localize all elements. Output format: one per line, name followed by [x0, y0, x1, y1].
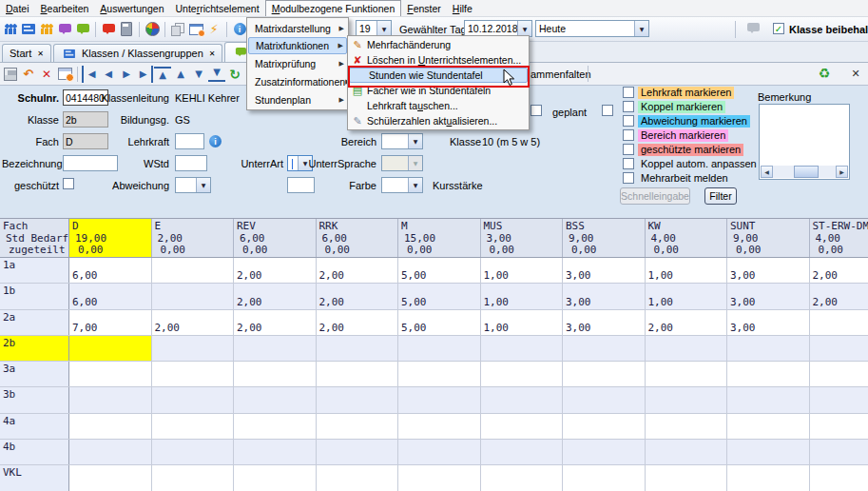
- matrix-cell-4a-rrk[interactable]: [317, 414, 399, 439]
- matrix-cell-3a-d[interactable]: [69, 362, 152, 386]
- reload-view-icon[interactable]: ♻: [816, 65, 833, 82]
- matrix-cell-2a-mus[interactable]: 1,00: [481, 310, 564, 335]
- matrix-cell-3b-st-erw-dm[interactable]: [810, 387, 868, 412]
- matrix-cell-1b-bss[interactable]: 3,00: [563, 284, 646, 308]
- nav-first-icon[interactable]: ◀: [82, 66, 99, 83]
- matrix-cell-3b-e[interactable]: [152, 387, 235, 412]
- matrix-cell-3a-st-erw-dm[interactable]: [810, 362, 868, 386]
- checkbox[interactable]: [623, 87, 634, 98]
- matrix-cell-4a-d[interactable]: [69, 414, 152, 439]
- menu-item-matrixpr-fung[interactable]: Matrixprüfung▶: [247, 54, 348, 72]
- matrix-cell-1a-kw[interactable]: 1,00: [646, 258, 728, 283]
- new-window-icon[interactable]: [187, 21, 204, 38]
- matrix-column-header-st-erw-dm[interactable]: ST-ERW-DM4,000,00: [810, 219, 868, 257]
- matrix-column-header-m[interactable]: M15,000,00: [398, 219, 481, 257]
- matrix-cell-4a-rev[interactable]: [234, 414, 317, 439]
- lessons-chat-icon[interactable]: [74, 21, 91, 38]
- close-panel-icon[interactable]: ✕: [847, 65, 864, 82]
- matrix-column-header-e[interactable]: E2,000,00: [152, 219, 235, 257]
- sort-down-icon[interactable]: ▼: [190, 66, 207, 83]
- matrix-cell-3b-sunt[interactable]: [727, 387, 810, 412]
- matrix-row-label-1a[interactable]: 1a: [0, 258, 69, 283]
- matrix-cell-4b-e[interactable]: [152, 440, 235, 464]
- matrix-cell-3a-rrk[interactable]: [317, 362, 399, 386]
- menubar-item-hilfe[interactable]: Hilfe: [447, 0, 478, 16]
- menu-item-stundenplan[interactable]: Stundenplan▶: [247, 90, 348, 108]
- matrix-cell-2b-st-erw-dm[interactable]: [810, 336, 868, 361]
- matrix-cell-3b-rev[interactable]: [234, 387, 317, 412]
- matrix-cell-4b-rrk[interactable]: [317, 440, 399, 464]
- matrix-cell-1b-m[interactable]: 5,00: [398, 284, 481, 308]
- matrix-cell-2b-d[interactable]: [69, 336, 152, 361]
- matrix-cell-3a-mus[interactable]: [481, 362, 564, 386]
- tab-close-icon[interactable]: ✕: [209, 49, 216, 58]
- scroll-left-icon[interactable]: ◀: [761, 166, 773, 178]
- matrix-cell-1b-rev[interactable]: 2,00: [234, 284, 317, 308]
- matrix-cell-1a-st-erw-dm[interactable]: 2,00: [810, 258, 868, 283]
- matrix-cell-4b-d[interactable]: [69, 440, 152, 464]
- sort-up-icon[interactable]: ▲: [172, 66, 189, 83]
- sort-bottom-icon[interactable]: ▼: [208, 67, 225, 82]
- matrix-column-header-kw[interactable]: KW4,000,00: [646, 219, 728, 257]
- menu-item-sch-lerzahlen-aktualisieren[interactable]: ✎Schülerzahlen aktualisieren...: [348, 113, 529, 128]
- matrix-cell-3a-e[interactable]: [152, 362, 235, 386]
- collapse-panel-label-fragment[interactable]: ammenfalten: [530, 69, 591, 80]
- statistics-pie-icon[interactable]: [144, 21, 161, 38]
- teachers-icon[interactable]: [38, 21, 55, 38]
- matrix-cell-3b-bss[interactable]: [563, 387, 646, 412]
- matrix-cell-2b-e[interactable]: [152, 336, 235, 361]
- nav-last-icon[interactable]: ▶: [136, 66, 153, 83]
- tab-klassen-klassengruppen[interactable]: Klassen / Klassengruppen✕: [53, 44, 223, 62]
- geplant-checkbox-left[interactable]: [530, 105, 542, 116]
- wstd-input[interactable]: [175, 155, 207, 171]
- matrix-cell-vkl-m[interactable]: [398, 465, 481, 490]
- menubar-item-modulbezogene-funktionen[interactable]: Modulbezogene Funktionen: [265, 0, 402, 16]
- matrix-row-label-vkl[interactable]: VKL: [0, 465, 69, 490]
- matrix-cell-4a-sunt[interactable]: [727, 414, 810, 439]
- menu-item-matrixfunktionen[interactable]: Matrixfunktionen▶: [248, 37, 347, 54]
- matrix-cell-2b-kw[interactable]: [646, 336, 728, 361]
- keep-class-checkbox[interactable]: ✓: [773, 23, 784, 34]
- farbe-select[interactable]: ▼: [381, 177, 423, 193]
- matrix-cell-vkl-st-erw-dm[interactable]: [810, 465, 868, 490]
- matrix-column-header-mus[interactable]: MUS3,000,00: [481, 219, 564, 257]
- chevron-down-icon[interactable]: ▼: [408, 178, 422, 192]
- sort-top-icon[interactable]: ▲: [154, 67, 171, 82]
- matrix-cell-4a-m[interactable]: [398, 414, 481, 439]
- menubar-item-bearbeiten[interactable]: Bearbeiten: [35, 0, 95, 16]
- menu-item-l-schen-in-unterrichtselementen[interactable]: ✘Löschen in Unterrichtselementen...: [348, 52, 529, 68]
- matrix-cell-2a-d[interactable]: 7,00: [69, 310, 152, 335]
- matrix-cell-2b-bss[interactable]: [563, 336, 646, 361]
- matrix-cell-1b-mus[interactable]: 1,00: [481, 284, 564, 308]
- matrix-cell-2a-e[interactable]: 2,00: [152, 310, 235, 335]
- matrix-cell-4b-sunt[interactable]: [727, 440, 810, 464]
- copy-icon[interactable]: [169, 21, 186, 38]
- matrix-cell-1a-rrk[interactable]: 2,00: [317, 258, 399, 283]
- matrix-row-label-2a[interactable]: 2a: [0, 310, 69, 335]
- bereich-select[interactable]: ▼: [381, 133, 423, 149]
- matrix-row-label-1b[interactable]: 1b: [0, 284, 69, 308]
- absence-chat-icon[interactable]: [100, 21, 117, 38]
- matrix-row-label-2b[interactable]: 2b: [0, 336, 69, 361]
- matrix-cell-2a-m[interactable]: 5,00: [398, 310, 481, 335]
- chevron-down-icon[interactable]: ▼: [517, 21, 531, 36]
- matrix-cell-1a-m[interactable]: 5,00: [398, 258, 481, 283]
- menubar-item-datei[interactable]: Datei: [0, 0, 35, 16]
- save-icon[interactable]: [2, 66, 19, 83]
- matrix-cell-1b-d[interactable]: 6,00: [69, 284, 152, 308]
- refresh-icon[interactable]: ↻: [226, 66, 243, 83]
- checkbox[interactable]: [623, 115, 634, 127]
- menu-item-stunden-wie-stundentafel[interactable]: Stunden wie Stundentafel: [349, 68, 528, 83]
- matrix-cell-1b-kw[interactable]: 1,00: [646, 284, 728, 308]
- matrix-cell-3b-m[interactable]: [398, 387, 481, 412]
- geschuetzt-checkbox[interactable]: [63, 178, 74, 189]
- matrix-cell-vkl-mus[interactable]: [481, 465, 564, 490]
- matrix-cell-1b-e[interactable]: [152, 284, 235, 308]
- menu-item-zusatzinformationen[interactable]: Zusatzinformationen▶: [247, 72, 348, 90]
- matrix-cell-vkl-d[interactable]: [69, 465, 152, 490]
- matrix-cell-2a-sunt[interactable]: 3,00: [727, 310, 810, 335]
- table-badge-icon[interactable]: [56, 66, 73, 83]
- matrix-cell-1a-sunt[interactable]: 3,00: [727, 258, 810, 283]
- chevron-down-icon[interactable]: ▼: [634, 21, 648, 36]
- menubar-item-auswertungen[interactable]: Auswertungen: [94, 0, 169, 16]
